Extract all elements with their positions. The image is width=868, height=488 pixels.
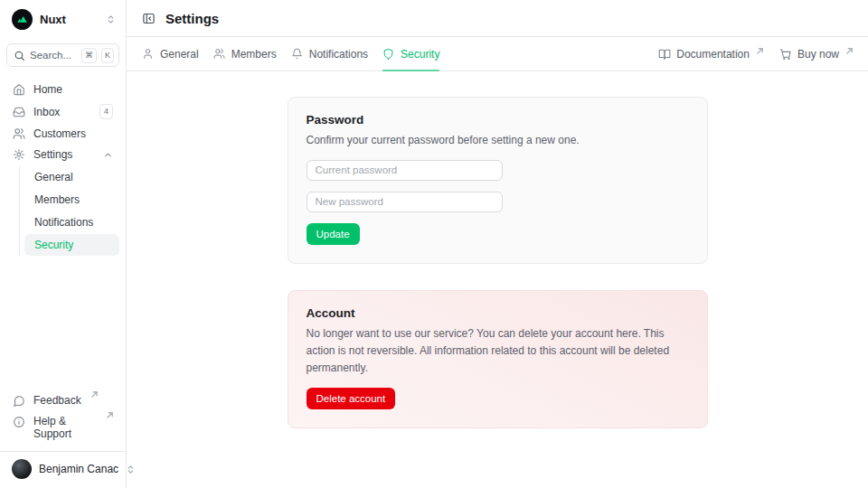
- tab-label: Members: [231, 48, 277, 61]
- card-title: Account: [307, 306, 689, 320]
- sidebar-item-label: Settings: [33, 148, 95, 161]
- page-header: Settings: [127, 0, 868, 37]
- sidebar-item-label: Help & Support: [33, 415, 97, 440]
- inbox-icon: [13, 106, 25, 118]
- tab-label: Security: [401, 48, 439, 61]
- sidebar-item-label: Inbox: [33, 106, 91, 118]
- kbd-meta: ⌘: [81, 48, 97, 63]
- search-placeholder: Search...: [30, 50, 77, 61]
- workspace-name: Nuxt: [40, 13, 99, 26]
- sidebar-item-inbox[interactable]: Inbox 4: [6, 100, 119, 123]
- card-title: Password: [307, 113, 689, 127]
- workspace-switcher[interactable]: Nuxt: [6, 7, 119, 32]
- sidebar-item-customers[interactable]: Customers: [6, 124, 119, 144]
- chevron-up-icon: [103, 150, 113, 160]
- bell-icon: [291, 48, 303, 60]
- settings-sub-nav: General Members Notifications Security: [19, 166, 119, 256]
- settings-security-content: Password Confirm your current password b…: [127, 71, 868, 488]
- sidebar-item-home[interactable]: Home: [6, 80, 119, 99]
- kbd-k: K: [101, 48, 114, 63]
- sidebar-item-security[interactable]: Security: [24, 234, 119, 256]
- sidebar-item-label: Customers: [33, 127, 113, 140]
- external-link-icon: [91, 391, 98, 398]
- documentation-link[interactable]: Documentation: [658, 37, 763, 70]
- link-label: Documentation: [676, 48, 750, 61]
- delete-account-button[interactable]: Delete account: [307, 388, 396, 409]
- user-menu[interactable]: Benjamin Canac: [6, 452, 119, 481]
- shield-icon: [382, 48, 394, 60]
- main-panel: Settings General Members Notifications S…: [127, 0, 868, 488]
- search-icon: [14, 50, 25, 61]
- link-label: Buy now: [797, 48, 839, 61]
- chevron-up-down-icon: [106, 14, 116, 24]
- nuxt-logo-icon: [12, 9, 33, 30]
- sidebar-item-notifications[interactable]: Notifications: [24, 211, 119, 233]
- home-icon: [13, 83, 25, 96]
- search-input[interactable]: Search... ⌘ K: [6, 43, 119, 67]
- current-password-field[interactable]: [307, 160, 503, 181]
- page-title: Settings: [165, 11, 219, 26]
- shopping-cart-icon: [779, 48, 792, 61]
- users-icon: [13, 127, 25, 140]
- sidebar-item-help-support[interactable]: Help & Support: [6, 411, 119, 444]
- sidebar-item-settings[interactable]: Settings: [6, 145, 119, 164]
- external-link-icon: [846, 48, 853, 54]
- password-card: Password Confirm your current password b…: [288, 97, 708, 264]
- buy-now-link[interactable]: Buy now: [779, 37, 853, 70]
- sidebar-item-label: Feedback: [33, 394, 81, 407]
- card-description: No longer want to use our service? You c…: [307, 325, 689, 377]
- update-password-button[interactable]: Update: [307, 223, 360, 245]
- new-password-field[interactable]: [307, 192, 503, 212]
- sidebar-collapse-icon[interactable]: [142, 12, 156, 25]
- tab-bar-spacer: [454, 37, 644, 70]
- chat-bubble-icon: [13, 395, 25, 408]
- tab-security[interactable]: Security: [382, 37, 439, 70]
- avatar: [12, 459, 32, 479]
- sidebar-nav: Home Inbox 4 Customers Settings Ge: [6, 80, 119, 256]
- external-link-icon: [757, 48, 763, 54]
- sidebar-item-label: Home: [33, 83, 113, 96]
- user-icon: [142, 48, 154, 60]
- info-circle-icon: [13, 416, 25, 428]
- tab-general[interactable]: General: [142, 37, 199, 70]
- sidebar-spacer: [6, 256, 119, 390]
- settings-tab-bar: General Members Notifications Security: [127, 37, 868, 71]
- sidebar-item-members[interactable]: Members: [24, 189, 119, 211]
- users-icon: [213, 48, 225, 60]
- inbox-count-badge: 4: [99, 104, 113, 119]
- gear-icon: [13, 148, 25, 161]
- sidebar-item-general[interactable]: General: [24, 166, 119, 188]
- tab-label: General: [160, 48, 199, 61]
- account-card: Account No longer want to use our servic…: [288, 290, 708, 428]
- tab-label: Notifications: [309, 48, 368, 61]
- book-open-icon: [658, 48, 671, 61]
- tab-notifications[interactable]: Notifications: [291, 37, 368, 70]
- card-description: Confirm your current password before set…: [307, 132, 689, 149]
- sidebar-item-feedback[interactable]: Feedback: [6, 390, 119, 411]
- user-name: Benjamin Canac: [39, 463, 118, 475]
- sidebar: Nuxt Search... ⌘ K Home Inbox 4: [0, 0, 127, 488]
- external-link-icon: [107, 412, 113, 418]
- tab-members[interactable]: Members: [213, 37, 277, 70]
